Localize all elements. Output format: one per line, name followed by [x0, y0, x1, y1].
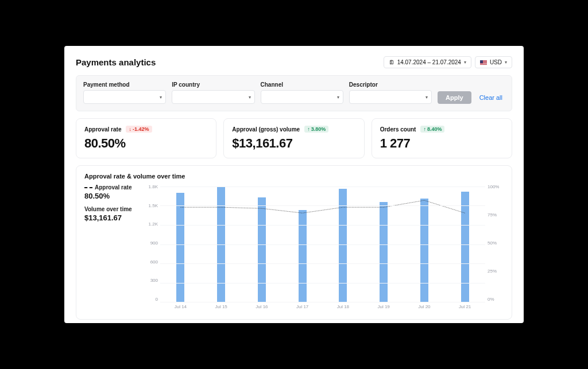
payment-method-select[interactable]: ▾	[83, 90, 166, 104]
header-controls: 🗓 14.07.2024 – 21.07.2024 ▾ USD ▾	[384, 56, 512, 68]
y-right-tick: 75%	[488, 212, 504, 217]
gridline	[160, 244, 485, 245]
filter-ip-country: IP country ▾	[172, 81, 254, 104]
x-tick-label: Jul 17	[296, 304, 308, 309]
filter-channel: Channel ▾	[261, 81, 343, 104]
stat-label: Approval rate	[84, 126, 121, 133]
chart-title: Approval rate & volume over time	[84, 173, 504, 180]
stat-card-orders: Orders count ↑8.40% 1 277	[372, 118, 512, 158]
us-flag-icon	[480, 60, 487, 65]
y-axis-left: 1.8K1.5K1.2K9006003000	[142, 184, 158, 302]
apply-button[interactable]: Apply	[438, 91, 471, 104]
x-tick-label: Jul 21	[459, 304, 471, 309]
y-axis-right: 100%75%50%25%0%	[488, 184, 504, 302]
date-range-text: 14.07.2024 – 21.07.2024	[397, 59, 461, 65]
arrow-up-icon: ↑	[423, 126, 426, 132]
stat-value: $13,161.67	[232, 136, 355, 151]
filter-label: Payment method	[83, 81, 166, 88]
stat-label: Orders count	[380, 126, 416, 133]
stat-value: 80.50%	[84, 136, 208, 151]
y-right-tick: 25%	[488, 269, 504, 274]
filter-descriptor: Descriptor ▾	[349, 81, 432, 104]
delta-badge: ↑8.40%	[420, 126, 444, 133]
arrow-up-icon: ↑	[307, 126, 310, 132]
y-left-tick: 900	[142, 240, 158, 246]
filter-label: IP country	[172, 81, 254, 88]
clear-all-button[interactable]: Clear all	[477, 91, 505, 104]
y-right-tick: 100%	[488, 184, 504, 189]
filter-panel: Payment method ▾ IP country ▾ Channel ▾ …	[76, 75, 512, 111]
dashed-line-icon	[84, 187, 92, 188]
date-range-picker[interactable]: 🗓 14.07.2024 – 21.07.2024 ▾	[384, 56, 471, 68]
ip-country-select[interactable]: ▾	[172, 90, 254, 104]
filter-payment-method: Payment method ▾	[83, 81, 166, 104]
descriptor-select[interactable]: ▾	[349, 90, 432, 104]
chart-legend: Approval rate 80.50% Volume over time $1…	[84, 184, 136, 313]
chevron-down-icon: ▾	[160, 95, 162, 100]
app-window: Payments analytics 🗓 14.07.2024 – 21.07.…	[64, 46, 524, 323]
chart-card: Approval rate & volume over time Approva…	[76, 165, 512, 320]
legend-approval-rate: Approval rate 80.50%	[84, 184, 136, 200]
arrow-down-icon: ↓	[129, 126, 131, 132]
legend-volume: Volume over time $13,161.67	[84, 206, 136, 222]
x-tick-label: Jul 20	[418, 304, 430, 309]
gridline	[160, 187, 485, 187]
filter-label: Descriptor	[349, 81, 432, 88]
x-tick-label: Jul 16	[256, 304, 268, 309]
y-left-tick: 1.8K	[142, 184, 158, 189]
currency-text: USD	[490, 59, 502, 65]
y-left-tick: 600	[142, 259, 158, 265]
delta-badge: ↓-1.42%	[126, 126, 152, 133]
chevron-down-icon: ▾	[249, 95, 251, 100]
y-left-tick: 1.2K	[142, 222, 158, 227]
stat-value: 1 277	[380, 136, 504, 151]
y-left-tick: 300	[142, 278, 158, 283]
stat-card-approval-rate: Approval rate ↓-1.42% 80.50%	[76, 118, 216, 158]
stat-label: Approval (gross) volume	[232, 126, 300, 133]
chart-body: Approval rate 80.50% Volume over time $1…	[84, 184, 504, 313]
calendar-icon: 🗓	[389, 59, 394, 65]
y-right-tick: 50%	[488, 240, 504, 246]
chevron-down-icon: ▾	[425, 95, 428, 100]
chevron-down-icon: ▾	[337, 95, 339, 100]
y-right-tick: 0%	[488, 297, 504, 302]
gridline	[160, 225, 485, 226]
x-axis: Jul 14Jul 15Jul 16Jul 17Jul 18Jul 19Jul …	[160, 304, 485, 312]
y-left-tick: 1.5K	[142, 203, 158, 208]
gridline	[160, 302, 485, 302]
gridline	[160, 263, 485, 264]
x-tick-label: Jul 14	[175, 304, 187, 309]
approval-rate-line	[180, 200, 465, 213]
y-left-tick: 0	[142, 297, 158, 302]
channel-select[interactable]: ▾	[261, 90, 343, 104]
chevron-down-icon: ▾	[505, 60, 507, 65]
x-tick-label: Jul 18	[337, 304, 349, 309]
header-row: Payments analytics 🗓 14.07.2024 – 21.07.…	[76, 56, 512, 68]
plot-area	[160, 187, 485, 302]
currency-picker[interactable]: USD ▾	[475, 56, 512, 68]
chevron-down-icon: ▾	[464, 60, 466, 65]
filter-label: Channel	[261, 81, 343, 88]
chart-plot: 1.8K1.5K1.2K9006003000 100%75%50%25%0% J…	[142, 184, 504, 313]
stat-card-volume: Approval (gross) volume ↑3.80% $13,161.6…	[223, 118, 364, 158]
delta-badge: ↑3.80%	[304, 126, 328, 133]
x-tick-label: Jul 15	[215, 304, 227, 309]
stats-row: Approval rate ↓-1.42% 80.50% Approval (g…	[76, 118, 512, 158]
page-title: Payments analytics	[76, 57, 156, 67]
x-tick-label: Jul 19	[377, 304, 389, 309]
gridline	[160, 205, 485, 206]
gridline	[160, 283, 485, 283]
